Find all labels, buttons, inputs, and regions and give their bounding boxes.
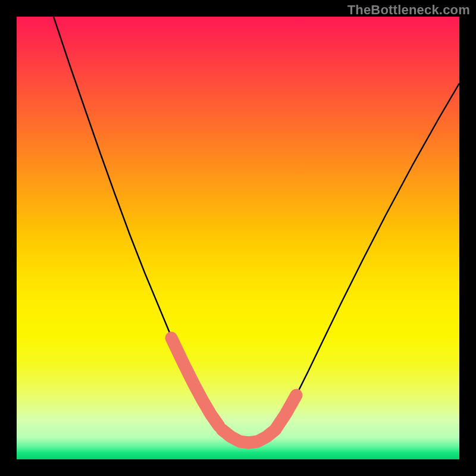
plot-area bbox=[17, 17, 459, 459]
bottleneck-curve bbox=[54, 17, 459, 443]
curve-svg bbox=[17, 17, 459, 459]
chart-frame: TheBottleneck.com bbox=[0, 0, 476, 476]
highlight-segment-floor bbox=[222, 430, 275, 443]
watermark-text: TheBottleneck.com bbox=[347, 2, 470, 18]
highlight-segment-right bbox=[276, 395, 296, 428]
highlight-segment-left bbox=[171, 338, 219, 426]
